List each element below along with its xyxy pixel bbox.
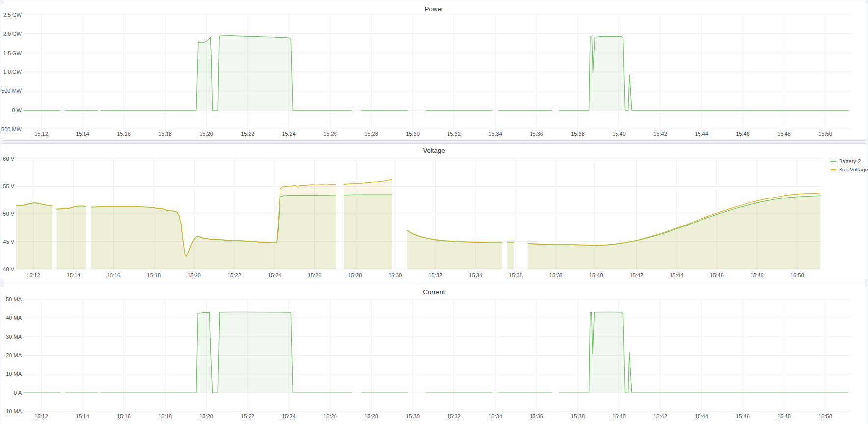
voltage-legend: Battery 2 Bus Voltage — [831, 157, 868, 174]
legend-label: Bus Voltage — [839, 166, 868, 174]
panel-power[interactable]: Power — [2, 2, 866, 141]
dashboard: Power Voltage Battery 2 Bus Voltage Curr… — [0, 0, 868, 424]
panel-voltage-title[interactable]: Voltage — [2, 147, 866, 154]
panel-current-title[interactable]: Current — [2, 288, 866, 296]
panel-current[interactable]: Current — [2, 285, 866, 424]
bus-voltage-swatch-icon — [831, 169, 836, 170]
legend-item-bus-voltage[interactable]: Bus Voltage — [831, 166, 868, 174]
panel-voltage[interactable]: Voltage Battery 2 Bus Voltage — [2, 143, 866, 282]
battery-2-swatch-icon — [831, 161, 836, 162]
panel-power-title[interactable]: Power — [2, 5, 866, 13]
legend-label: Battery 2 — [839, 157, 861, 166]
legend-item-battery-2[interactable]: Battery 2 — [831, 157, 868, 166]
